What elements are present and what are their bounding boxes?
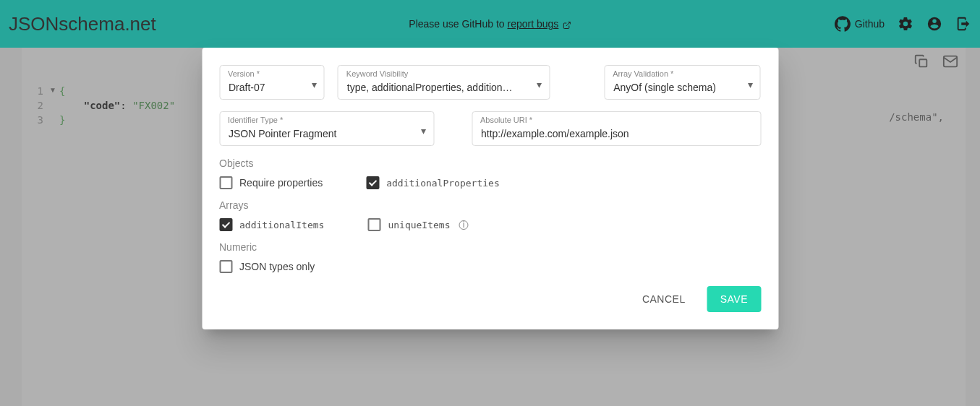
checkbox-icon bbox=[219, 218, 232, 231]
banner: Please use GitHub to report bugs bbox=[409, 18, 571, 30]
absolute-uri-field: Absolute URI * bbox=[472, 111, 761, 146]
settings-button[interactable] bbox=[898, 16, 913, 32]
version-field[interactable]: Version * Draft-07▾ bbox=[219, 65, 325, 100]
arrays-section-title: Arrays bbox=[219, 199, 761, 211]
external-link-icon bbox=[560, 20, 571, 30]
identifier-type-field[interactable]: Identifier Type * JSON Pointer Fragment▾ bbox=[219, 111, 434, 146]
gear-icon bbox=[898, 16, 913, 32]
settings-dialog: Version * Draft-07▾ Keyword Visibility t… bbox=[202, 48, 778, 329]
unique-items-checkbox[interactable]: uniqueItems i bbox=[367, 218, 468, 231]
keyword-visibility-field[interactable]: Keyword Visibility type, additionalPrope… bbox=[338, 65, 550, 100]
checkbox-icon bbox=[219, 176, 232, 189]
checkbox-icon bbox=[367, 218, 380, 231]
report-bugs-link[interactable]: report bugs bbox=[508, 18, 559, 30]
chevron-down-icon: ▾ bbox=[312, 79, 317, 90]
logout-icon bbox=[955, 16, 971, 32]
chevron-down-icon: ▾ bbox=[748, 79, 753, 90]
additional-items-checkbox[interactable]: additionalItems bbox=[219, 218, 324, 231]
logo[interactable]: JSONschema.net bbox=[9, 13, 156, 35]
require-properties-checkbox[interactable]: Require properties bbox=[219, 176, 323, 189]
info-icon[interactable]: i bbox=[459, 220, 469, 230]
checkbox-icon bbox=[219, 260, 232, 273]
array-validation-field[interactable]: Array Validation * AnyOf (single schema)… bbox=[604, 65, 761, 100]
account-button[interactable] bbox=[926, 16, 942, 32]
github-link[interactable]: Github bbox=[835, 16, 885, 32]
chevron-down-icon: ▾ bbox=[537, 79, 542, 90]
account-icon bbox=[926, 16, 942, 32]
additional-properties-checkbox[interactable]: additionalProperties bbox=[366, 176, 500, 189]
banner-text: Please use GitHub to bbox=[409, 18, 507, 30]
github-icon bbox=[835, 16, 851, 32]
json-types-only-checkbox[interactable]: JSON types only bbox=[219, 260, 315, 273]
save-button[interactable]: SAVE bbox=[707, 286, 761, 312]
svg-line-0 bbox=[566, 22, 571, 26]
cancel-button[interactable]: CANCEL bbox=[635, 288, 693, 311]
objects-section-title: Objects bbox=[219, 157, 761, 169]
checkbox-icon bbox=[366, 176, 379, 189]
header-actions: Github bbox=[835, 16, 971, 32]
numeric-section-title: Numeric bbox=[219, 241, 761, 253]
chevron-down-icon: ▾ bbox=[421, 125, 426, 137]
app-header: JSONschema.net Please use GitHub to repo… bbox=[0, 0, 980, 48]
logout-button[interactable] bbox=[955, 16, 971, 32]
